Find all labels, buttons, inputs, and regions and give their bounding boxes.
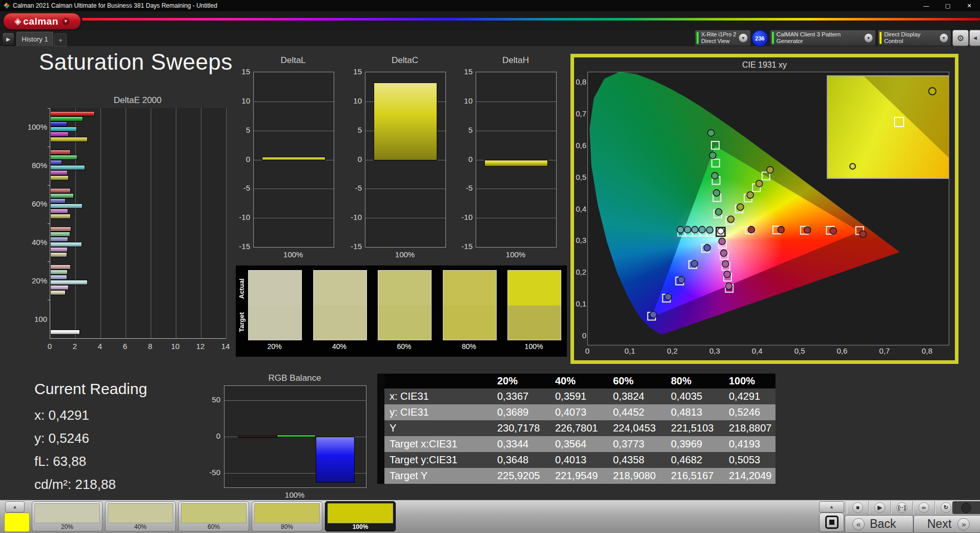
settings-button[interactable]: ⚙ (952, 30, 969, 46)
pattern-label: 20% (32, 523, 102, 530)
refresh-icon: ↻ (941, 502, 951, 513)
swatch-actual (508, 271, 561, 305)
loop-button[interactable]: ∞ (913, 501, 935, 514)
stop-button[interactable]: ■ (847, 501, 869, 514)
tab-bar: ▶ History 1 + X-Rite i1Pro 2 Direct View… (0, 31, 980, 46)
deltaH-gridline (476, 131, 556, 131)
back-chevrons-icon: « (852, 518, 865, 530)
deltae-plot (50, 108, 226, 339)
pattern-panel-expand-button[interactable]: ▲ (5, 501, 25, 512)
cie-measured-point (711, 172, 718, 179)
table-cell: 0,5053 (718, 454, 775, 466)
swatch-actual (443, 271, 496, 305)
calman-menu-button[interactable]: ◈ calman ▼ (3, 13, 81, 30)
deltaC-y-tick: 10 (340, 96, 362, 105)
pattern-window-button[interactable]: [··] (891, 501, 913, 514)
rainbow-divider (82, 18, 980, 20)
deltaH-plot (476, 72, 557, 248)
table-row: Target y:CIE310,36480,40130,43580,46820,… (377, 452, 775, 468)
cie-y-tick: 0,2 (573, 268, 586, 276)
deltaL-y-tick: -10 (229, 213, 250, 221)
cie-target-square (712, 159, 720, 167)
add-tab-button[interactable]: + (54, 33, 67, 47)
cie-measured-point (650, 311, 657, 318)
current-reading-title: Current Reading (34, 380, 147, 398)
rgb-y-tick: -50 (200, 468, 220, 477)
cie-plot-area (587, 72, 949, 345)
brand-bar: ◈ calman ▼ (0, 11, 980, 31)
deltaH-x-label: 100% (476, 250, 556, 259)
rgb-x-label: 100% (224, 490, 365, 499)
deltae-bar (50, 137, 88, 142)
table-cell: 0,3591 (544, 391, 602, 402)
deltaC-gridline (365, 189, 445, 189)
close-button[interactable]: ✕ (958, 3, 980, 9)
minimize-button[interactable]: — (915, 3, 937, 9)
current-reading-line: x: 0,4291 (34, 407, 89, 423)
cie-measured-point (713, 190, 720, 196)
cie-y-tick: 0,7 (573, 109, 586, 118)
display-control-name: Direct Display Control (884, 31, 940, 45)
deltac-chart: DeltaC151050-5-10-15100% (340, 55, 448, 260)
deltae-bar (50, 203, 83, 209)
transport-expand-button[interactable]: ▲ (819, 501, 844, 512)
cie-measured-point (706, 227, 713, 233)
maximize-button[interactable]: ▢ (937, 3, 958, 9)
tab-scroll-left-button[interactable]: ▶ (2, 32, 14, 46)
calman-app: Calman 2021 Calman Ultimate for Business… (0, 0, 980, 533)
deltaC-y-tick: -5 (340, 183, 362, 192)
table-row: Y230,7178226,7801224,0453221,5103218,880… (377, 420, 775, 436)
rgb-gridline (224, 400, 366, 401)
next-button[interactable]: Next » (913, 515, 980, 533)
rgb-y-tick: 50 (200, 395, 220, 404)
pattern-button-40%[interactable]: 40% (105, 501, 176, 531)
pattern-button-80%[interactable]: 80% (252, 501, 322, 531)
collapse-panel-button[interactable]: ◀ (969, 30, 980, 46)
exposure-badge[interactable]: 236 (751, 30, 768, 47)
cie-measured-point (804, 227, 811, 233)
pattern-button-100%[interactable]: 100% (325, 501, 396, 531)
table-cell: Target Y (385, 470, 486, 482)
rgb-balance-title: RGB Balance (224, 373, 365, 383)
table-cell: 214,2049 (718, 470, 775, 482)
pattern-button-20%[interactable]: 20% (32, 501, 103, 531)
deltae-bar (50, 127, 77, 132)
pattern-label: 100% (325, 523, 395, 530)
deltaC-y-tick: 15 (340, 67, 362, 76)
cie-measured-point (725, 283, 732, 290)
deltaL-title: DeltaL (253, 55, 333, 66)
deltae-x-tick: 4 (94, 342, 106, 351)
deltae-bar (50, 111, 95, 116)
table-edge-cell (377, 436, 384, 452)
swatch-label: 100% (507, 342, 560, 351)
disabled-button-icon (961, 503, 971, 513)
cie-measured-point (699, 227, 705, 233)
back-button[interactable]: « Back (845, 515, 913, 533)
tab-history-1[interactable]: History 1 (16, 32, 53, 46)
gear-icon: ⚙ (957, 33, 964, 43)
swatch-target (249, 305, 301, 340)
display-status-strip (880, 32, 882, 44)
swatch-target (508, 305, 561, 340)
meter-dropdown[interactable]: X-Rite i1Pro 2 Direct View ▼ (695, 30, 751, 46)
deltae-x-tick: 2 (69, 342, 81, 351)
pattern-generator-dropdown[interactable]: CalMAN Client 3 Pattern Generator ▼ (770, 30, 876, 46)
meter-name: X-Rite i1Pro 2 (701, 31, 736, 38)
cie-measured-point (756, 180, 763, 187)
cie-measured-point (724, 271, 730, 278)
current-pattern-swatch (4, 512, 30, 532)
table-cell: 0,4193 (718, 438, 775, 450)
pattern-swatch (254, 503, 320, 523)
deltaH-y-tick: 15 (451, 67, 473, 76)
swatch-100% (507, 270, 561, 340)
play-button[interactable]: ▶ (869, 501, 891, 514)
pattern-swatch (34, 503, 100, 523)
pattern-window-button[interactable] (819, 512, 844, 532)
swatch-actual (249, 271, 301, 305)
current-reading-line: cd/m²: 218,88 (34, 477, 116, 493)
cie-measured-point (704, 244, 710, 251)
deltae-bar (50, 170, 68, 175)
display-control-dropdown[interactable]: Direct Display Control ▼ (877, 30, 951, 46)
pattern-button-60%[interactable]: 60% (178, 501, 249, 531)
actual-row-label: Actual (238, 273, 247, 304)
